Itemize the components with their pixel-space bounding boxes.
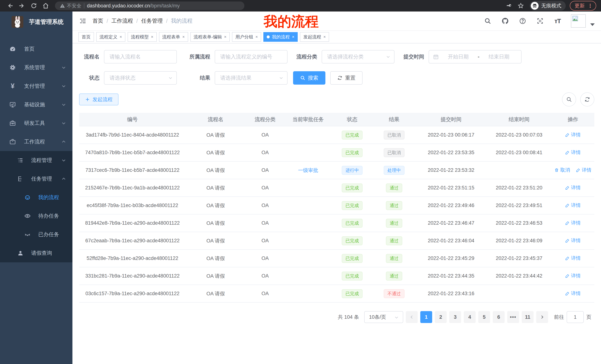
tab-home[interactable]: 首页 [78,32,94,42]
kebab-menu-icon[interactable] [588,3,593,8]
breadcrumb-workflow[interactable]: 工作流程 [111,17,133,25]
cancel-link[interactable]: 取消 [554,167,570,173]
detail-link[interactable]: 详情 [576,167,591,173]
browser-forward-icon[interactable] [17,0,27,11]
sidebar-item-todo-tasks[interactable]: 待办任务 [0,207,72,225]
close-icon[interactable]: × [255,35,258,39]
tab-process-model[interactable]: 流程模型× [128,32,157,42]
tab-process-form[interactable]: 流程表单× [159,32,188,42]
close-icon[interactable]: × [323,35,326,39]
result-badge: 已取消 [384,131,404,140]
tab-user-group[interactable]: 用户分组× [232,32,261,42]
detail-link[interactable]: 详情 [565,290,581,297]
chrome-update-button[interactable]: 更新 [570,1,596,10]
active-dot [267,35,270,38]
end-date-placeholder: 结束日期 [481,53,517,60]
sidebar-item-workflow[interactable]: 工作流程 [0,133,72,151]
font-size-icon[interactable]: тT [553,17,562,25]
table-row: 67c2eaab-7b9a-11ec-a290-acde48001122 OA … [79,232,594,249]
submit-time-range-picker[interactable]: 开始日期 - 结束日期 [429,50,521,63]
current-task-link[interactable]: 一级审批 [298,168,318,173]
incognito-badge: 无痕模式 [530,1,566,10]
reset-button[interactable]: 重置 [330,71,362,85]
result-badge: 通过 [386,254,402,263]
browser-back-icon[interactable] [5,0,15,11]
bookmark-star-icon[interactable] [516,1,526,10]
detail-link[interactable]: 详情 [565,149,581,156]
page-button-6[interactable]: 6 [493,311,505,323]
close-icon[interactable]: × [182,35,185,39]
sidebar-item-leave-query[interactable]: 请假查询 [0,244,72,262]
more-pages-button[interactable]: ••• [507,311,519,323]
process-definition-input[interactable] [215,50,288,63]
process-name-input[interactable] [104,50,177,63]
page-button-2[interactable]: 2 [435,311,447,323]
table-row: ec45f38f-7b9a-11ec-b03b-acde48001122 OA … [79,197,594,214]
sidebar-item-task-mgmt[interactable]: 任务管理 [0,170,72,188]
show-search-button[interactable] [562,92,576,106]
status-select[interactable] [104,71,177,85]
result-badge: 通过 [386,272,402,280]
close-icon[interactable]: × [292,35,294,39]
detail-link[interactable]: 详情 [565,273,581,279]
breadcrumb-task-mgmt[interactable]: 任务管理 [141,17,163,25]
hamburger-icon[interactable] [79,17,87,25]
help-icon[interactable] [519,17,527,25]
tab-start-process[interactable]: 发起流程× [300,32,329,42]
sidebar-item-system[interactable]: 系统管理 [0,58,72,77]
page-button-4[interactable]: 4 [464,311,476,323]
category-select[interactable] [322,50,394,63]
sidebar-item-done-tasks[interactable]: 已办任务 [0,225,72,244]
page-button-3[interactable]: 3 [449,311,461,323]
detail-link[interactable]: 详情 [565,220,581,226]
page-size-select[interactable]: 10条/页 [364,311,403,323]
avatar[interactable] [571,14,586,28]
close-icon[interactable]: × [224,35,227,39]
incognito-icon [531,2,539,10]
detail-link[interactable]: 详情 [565,202,581,209]
detail-link[interactable]: 详情 [565,255,581,261]
workflow-submenu: 流程管理 任务管理 [0,151,72,262]
header-search-icon[interactable] [484,17,492,25]
address-bar[interactable]: 不安全 dashboard.yudao.iocoder.cn/bpm/task/… [55,1,244,10]
browser-reload-icon[interactable] [29,0,39,11]
refresh-table-button[interactable] [580,92,594,106]
result-badge: 处理中 [384,166,404,175]
table-header-row: 编号 流程名 流程分类 当前审批任务 状态 结果 提交时间 结束时间 操作 [79,113,594,126]
table-row: 3ad174fb-7b9d-11ec-8404-acde48001122 OA … [79,126,594,144]
close-icon[interactable]: × [120,35,122,39]
avatar-caret-icon[interactable] [590,23,595,26]
fullscreen-icon[interactable] [536,17,544,25]
github-icon[interactable] [501,17,509,25]
sidebar-item-home[interactable]: 首页 [0,40,72,58]
browser-home-icon[interactable] [40,0,51,11]
detail-link[interactable]: 详情 [565,237,581,244]
sidebar-item-payment[interactable]: ¥ 支付管理 [0,77,72,95]
prev-page-button[interactable] [406,311,418,323]
tab-my-process[interactable]: 我的流程× [263,32,298,42]
tab-process-definition[interactable]: 流程定义× [96,32,125,42]
password-key-icon[interactable] [505,1,514,10]
detail-link[interactable]: 详情 [565,184,581,191]
sidebar-item-process-mgmt[interactable]: 流程管理 [0,151,72,170]
sidebar-item-infra[interactable]: 基础设施 [0,95,72,114]
next-page-button[interactable] [536,311,548,323]
not-secure-warning[interactable]: 不安全 [60,3,81,9]
result-badge: 不通过 [384,289,404,298]
close-icon[interactable]: × [151,35,153,39]
goto-page-input[interactable] [567,311,584,323]
app-logo[interactable]: 芋道管理系统 [0,11,72,32]
sidebar-item-devtools[interactable]: 研发工具 [0,114,72,133]
sidebar-item-label: 待办任务 [38,212,59,220]
result-select[interactable] [215,71,288,85]
page-button-5[interactable]: 5 [478,311,490,323]
page-button-1[interactable]: 1 [420,311,432,323]
page-button-11[interactable]: 11 [522,311,534,323]
table-row: 52ffd28e-7b9a-11ec-a290-acde48001122 OA … [79,249,594,267]
search-button[interactable]: 搜索 [293,71,325,85]
start-process-button[interactable]: 发起流程 [79,94,119,105]
breadcrumb-home[interactable]: 首页 [92,17,103,25]
tab-process-form-edit[interactable]: 流程表单-编辑× [190,32,230,42]
detail-link[interactable]: 详情 [565,132,581,138]
sidebar-item-my-process[interactable]: 我的流程 [0,188,72,207]
